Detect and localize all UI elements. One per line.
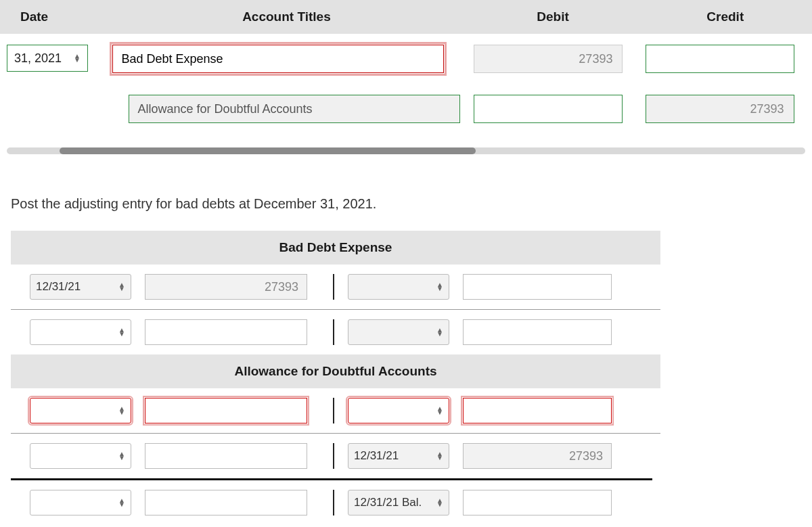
stepper-icon: ▲▼	[118, 328, 125, 336]
taccount-amount-input[interactable]	[463, 398, 612, 423]
credit-input[interactable]	[646, 95, 794, 123]
taccount-amount-input[interactable]	[145, 490, 307, 515]
t-account-title: Bad Debt Expense	[11, 231, 660, 265]
taccount-date-value: 12/31/21	[354, 449, 399, 463]
stepper-icon: ▲▼	[436, 452, 443, 460]
stepper-icon: ▲▼	[118, 452, 125, 460]
t-account-row: 12/31/21 ▲▼ ▲▼	[11, 265, 660, 310]
t-account-row: ▲▼ ▲▼	[11, 310, 660, 354]
t-account-row: ▲▼ ▲▼	[11, 388, 660, 434]
horizontal-scrollbar[interactable]	[7, 147, 805, 154]
col-date: Date	[0, 0, 106, 34]
taccount-date-select[interactable]: ▲▼	[30, 443, 131, 469]
t-account-area: Bad Debt Expense 12/31/21 ▲▼ ▲▼ ▲▼	[11, 231, 660, 525]
taccount-date-select[interactable]: ▲▼	[30, 490, 131, 515]
journal-scroll-wrap: Date Account Titles Debit Credit 31, 202…	[0, 0, 812, 154]
taccount-date-select[interactable]: 12/31/21 Bal. ▲▼	[348, 490, 449, 515]
scrollbar-thumb[interactable]	[60, 147, 476, 154]
stepper-icon: ▲▼	[436, 499, 443, 507]
stepper-icon: ▲▼	[436, 407, 443, 415]
taccount-date-select[interactable]: ▲▼	[30, 398, 131, 423]
stepper-icon: ▲▼	[118, 407, 125, 415]
debit-input[interactable]	[474, 95, 623, 123]
taccount-date-value: 12/31/21 Bal.	[354, 496, 422, 509]
taccount-amount-input[interactable]	[145, 274, 307, 300]
journal-row	[0, 84, 812, 134]
taccount-date-select[interactable]: ▲▼	[30, 319, 131, 345]
debit-input[interactable]	[474, 45, 623, 73]
stepper-icon: ▲▼	[436, 328, 443, 336]
journal-table: Date Account Titles Debit Credit 31, 202…	[0, 0, 812, 134]
taccount-amount-input[interactable]	[145, 398, 307, 423]
col-debit: Debit	[467, 0, 638, 34]
credit-input[interactable]	[646, 45, 794, 73]
date-select-value: 31, 2021	[14, 51, 62, 66]
taccount-amount-input[interactable]	[463, 443, 612, 469]
col-titles: Account Titles	[106, 0, 467, 34]
taccount-amount-input[interactable]	[145, 319, 307, 345]
taccount-date-select[interactable]: 12/31/21 ▲▼	[30, 274, 131, 300]
t-account-row: ▲▼ 12/31/21 Bal. ▲▼	[11, 480, 660, 525]
taccount-date-select[interactable]: ▲▼	[348, 319, 449, 345]
stepper-icon: ▲▼	[436, 283, 443, 291]
taccount-amount-input[interactable]	[463, 490, 612, 515]
instruction-text: Post the adjusting entry for bad debts a…	[11, 196, 812, 212]
col-credit: Credit	[639, 0, 812, 34]
date-select[interactable]: 31, 2021 ▲▼	[7, 45, 88, 72]
account-title-input[interactable]	[112, 45, 444, 73]
taccount-date-select[interactable]: ▲▼	[348, 274, 449, 300]
taccount-date-value: 12/31/21	[36, 280, 81, 294]
stepper-icon: ▲▼	[118, 283, 125, 291]
taccount-date-select[interactable]: ▲▼	[348, 398, 449, 423]
taccount-amount-input[interactable]	[463, 319, 612, 345]
stepper-icon: ▲▼	[118, 499, 125, 507]
taccount-amount-input[interactable]	[463, 274, 612, 300]
account-title-input[interactable]	[129, 95, 460, 123]
taccount-amount-input[interactable]	[145, 443, 307, 469]
stepper-icon: ▲▼	[74, 54, 81, 62]
taccount-date-select[interactable]: 12/31/21 ▲▼	[348, 443, 449, 469]
journal-row: 31, 2021 ▲▼	[0, 34, 812, 84]
t-account-title: Allowance for Doubtful Accounts	[11, 354, 660, 388]
t-account-row: ▲▼ 12/31/21 ▲▼	[11, 434, 660, 478]
